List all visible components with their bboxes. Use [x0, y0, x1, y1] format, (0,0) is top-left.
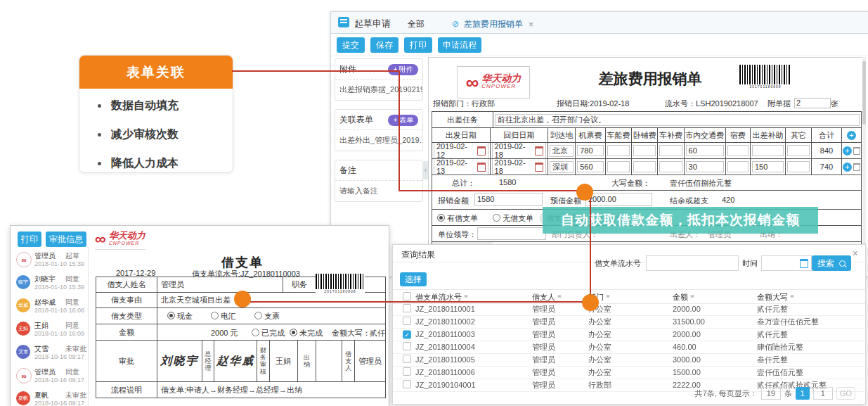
- attach-count-label: 附单据: [767, 99, 791, 109]
- query-row[interactable]: JZ_20180110005 管理员 办公室 3000.00 叁仟元整: [393, 353, 865, 367]
- task-input[interactable]: 前往北京出差，召开部门会议。: [495, 114, 860, 126]
- flight-fee-input[interactable]: 780: [577, 145, 604, 156]
- leader-input[interactable]: [477, 227, 546, 240]
- type-cash-radio[interactable]: 现金: [167, 311, 193, 322]
- sleeper-fee-input[interactable]: [633, 145, 656, 156]
- submit-button[interactable]: 提交: [337, 37, 365, 53]
- flight-fee-input[interactable]: 560: [577, 161, 604, 172]
- row-checkbox[interactable]: [403, 317, 411, 325]
- hotel-fee-input[interactable]: [727, 161, 749, 172]
- return-date-input[interactable]: 2019-02-18: [492, 159, 547, 175]
- reimburse-input[interactable]: 1580: [474, 193, 543, 206]
- other-fee-input[interactable]: [787, 145, 810, 156]
- connector-line: [232, 70, 399, 72]
- sleeper-fee-input[interactable]: [633, 161, 656, 172]
- boat-fee-input[interactable]: [607, 161, 630, 172]
- tab-all[interactable]: 全部: [396, 15, 436, 33]
- sort-icon[interactable]: [464, 293, 469, 299]
- approval-item[interactable]: ∞ 管理员 同意 2018-10-16 09:17: [16, 367, 86, 388]
- carsub-fee-input[interactable]: [659, 145, 682, 156]
- return-date-input[interactable]: 2019-02-18: [492, 143, 547, 158]
- row-checkbox[interactable]: [403, 304, 411, 312]
- approval-item[interactable]: 艾雪 艾雪 未审批 2018-10-16 09:17: [16, 344, 86, 365]
- reimburse-dept: 报销部门：行政部: [433, 99, 495, 109]
- close-icon[interactable]: ×: [853, 248, 858, 259]
- dest-input[interactable]: 深圳: [550, 161, 574, 173]
- row-checkbox[interactable]: [403, 380, 411, 388]
- role-label: 总经理: [202, 341, 214, 381]
- calendar-icon[interactable]: [477, 163, 486, 172]
- page-size-input[interactable]: 19: [761, 387, 781, 400]
- loan-print-button[interactable]: 打印: [18, 231, 41, 247]
- related-form-item[interactable]: 出差外出_管理员_2019...: [335, 130, 422, 151]
- done-radio[interactable]: 已完成: [252, 328, 285, 338]
- approval-item[interactable]: 华威 赵华威 同意 2018-01-10 16:08: [16, 298, 86, 319]
- other-fee-input[interactable]: [787, 161, 810, 172]
- time-filter-input[interactable]: [761, 255, 812, 271]
- depart-date-input[interactable]: 2019-02-13: [434, 159, 488, 175]
- boat-fee-input[interactable]: [607, 145, 630, 156]
- city-fee-input[interactable]: 60: [686, 145, 724, 156]
- calendar-icon[interactable]: [535, 163, 543, 172]
- tab-travel-expense[interactable]: ⊘ 差旅费用报销单 ×: [439, 15, 546, 34]
- query-row[interactable]: ✓ JZ_20180110003 管理员 办公室 2000.00 贰仟元整: [393, 328, 865, 341]
- select-all-checkbox[interactable]: [403, 292, 411, 300]
- sort-icon[interactable]: [790, 293, 795, 299]
- tab-close-icon[interactable]: ×: [529, 20, 533, 30]
- page-button-current[interactable]: 1: [796, 387, 810, 400]
- allowance-input[interactable]: [752, 145, 784, 156]
- save-button[interactable]: 保存: [370, 37, 399, 53]
- add-form-button[interactable]: + 表单: [388, 115, 418, 126]
- query-row[interactable]: JZ_20180110006 管理员 办公室 1500.00 壹仟伍佰元整: [393, 366, 865, 379]
- radio-no-loan[interactable]: 无借支单: [493, 213, 533, 224]
- add-row-icon[interactable]: +: [843, 146, 852, 156]
- approval-item[interactable]: 夏帆 夏帆 未审批 2018-10-16 09:17: [16, 391, 86, 406]
- apply-flow-button[interactable]: 申请流程: [438, 37, 481, 53]
- print-button[interactable]: 打印: [404, 37, 432, 53]
- hotel-fee-input[interactable]: [727, 145, 749, 156]
- select-button[interactable]: 选择: [400, 272, 427, 286]
- connector-dot: [582, 294, 599, 311]
- page-goto-input[interactable]: 1: [813, 387, 833, 400]
- type-wire-radio[interactable]: 电汇: [211, 311, 236, 322]
- sort-icon[interactable]: [606, 293, 611, 299]
- advance-input[interactable]: 2000.00: [585, 193, 652, 206]
- attach-unit: 张: [831, 99, 838, 109]
- attachment-item[interactable]: 出差报销票据_20190219j...: [335, 80, 422, 100]
- undone-radio[interactable]: 未完成: [290, 328, 323, 338]
- page-go-button[interactable]: GO: [836, 387, 855, 400]
- approval-item[interactable]: 王娟 王娟 同意 2018-01-10 16:09: [16, 321, 86, 342]
- sort-icon[interactable]: [557, 293, 562, 299]
- calendar-icon[interactable]: [535, 146, 543, 156]
- row-checkbox[interactable]: ✓: [403, 331, 411, 339]
- calendar-icon[interactable]: [477, 146, 486, 156]
- type-cheque-radio[interactable]: 支票: [254, 311, 280, 322]
- scrollbar[interactable]: [862, 57, 866, 268]
- calendar-icon[interactable]: [800, 259, 808, 268]
- add-row-icon[interactable]: +: [847, 131, 856, 140]
- serial-filter-input[interactable]: [646, 255, 739, 271]
- allowance-input[interactable]: 150: [752, 161, 784, 172]
- city-fee-input[interactable]: 30: [686, 161, 724, 172]
- query-row[interactable]: JZ_20180110002 管理员 办公室 31500.00 叁万壹仟伍佰元整: [393, 315, 865, 329]
- row-checkbox[interactable]: [403, 367, 411, 376]
- add-attachment-button[interactable]: + 附件: [388, 64, 418, 75]
- approval-item[interactable]: 晓宇 刘晓宇 同意 2018-01-10 15:39: [16, 274, 86, 296]
- carsub-fee-input[interactable]: [659, 161, 682, 172]
- sort-icon[interactable]: [690, 293, 695, 299]
- dest-input[interactable]: 北京: [550, 145, 574, 157]
- search-button[interactable]: 搜索: [812, 255, 851, 271]
- radio-has-loan[interactable]: 有借支单: [437, 213, 478, 224]
- attach-count-input[interactable]: 2: [794, 98, 831, 108]
- depart-date-input[interactable]: 2019-02-12: [434, 143, 488, 158]
- name-label: 借支人姓名: [96, 277, 157, 292]
- row-checkbox[interactable]: [403, 355, 411, 363]
- delete-row-icon[interactable]: [853, 147, 860, 155]
- approval-item[interactable]: ∞ 管理员 起草 2018-01-10 15:39: [16, 251, 86, 272]
- row-checkbox[interactable]: [403, 342, 411, 350]
- add-row-icon[interactable]: +: [843, 163, 852, 172]
- approval-info-button[interactable]: 审批信息: [46, 231, 86, 247]
- query-row[interactable]: JZ_20180110001 管理员 办公室 2000.00 贰仟元整: [393, 303, 865, 316]
- delete-row-icon[interactable]: [853, 163, 860, 171]
- query-row[interactable]: JZ_20180110004 管理员 办公室 460.00 肆佰陆拾元整: [393, 341, 865, 354]
